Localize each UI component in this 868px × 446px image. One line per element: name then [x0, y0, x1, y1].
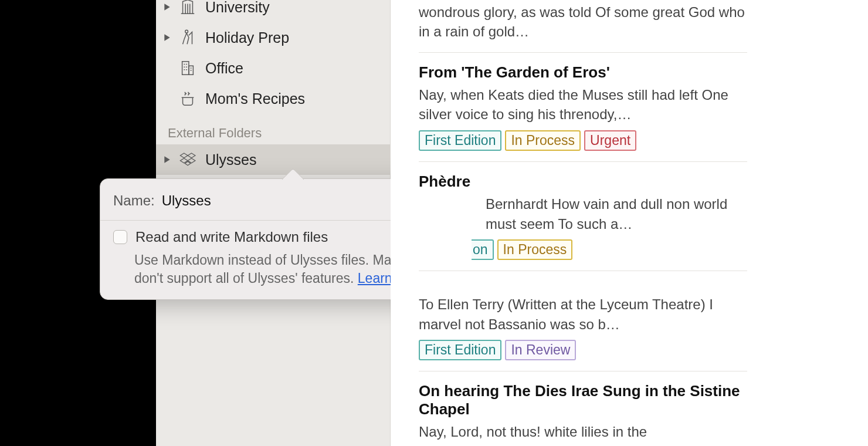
note-list-pane: Was this His coming! I had hoped to see … — [391, 0, 868, 446]
tag-row: First Edition In Process Urgent — [419, 130, 747, 151]
note-title: From 'The Garden of Eros' — [419, 63, 747, 82]
note-item[interactable]: Phèdre Bernhardt How vain and dull non w… — [419, 162, 747, 271]
tag-in-review[interactable]: In Review — [505, 340, 576, 360]
disclosure-arrow-icon[interactable] — [162, 3, 172, 11]
name-value[interactable]: Ulysses — [162, 192, 211, 209]
svg-rect-1 — [182, 62, 189, 75]
dropbox-icon — [178, 150, 197, 169]
note-preview: Bernhardt How vain and dull non world mu… — [419, 194, 747, 234]
tag-in-process[interactable]: In Process — [505, 130, 581, 151]
svg-point-0 — [185, 30, 188, 33]
name-label: Name: — [113, 192, 155, 209]
sidebar-item-label: Mom's Recipes — [205, 90, 305, 107]
sidebar-item-office[interactable]: Office — [156, 53, 390, 83]
sidebar-item-label: Office — [205, 60, 243, 77]
office-icon — [178, 59, 197, 77]
sidebar-item-label: Ulysses — [205, 151, 257, 168]
tag-urgent[interactable]: Urgent — [584, 130, 636, 151]
sidebar-section-external: External Folders — [156, 114, 390, 144]
sidebar-item-label: University — [205, 0, 270, 16]
note-item[interactable]: Was this His coming! I had hoped to see … — [419, 0, 747, 53]
tag-row: First Edition In Review — [419, 340, 747, 360]
note-preview: To Ellen Terry (Written at the Lyceum Th… — [419, 295, 747, 334]
markdown-checkbox[interactable] — [113, 230, 127, 244]
sidebar-item-moms-recipes[interactable]: Mom's Recipes — [156, 83, 390, 114]
note-preview: Nay, when Keats died the Muses still had… — [419, 85, 747, 124]
tag-first-edition[interactable]: First Edition — [419, 130, 501, 151]
tag-in-process[interactable]: In Process — [497, 239, 573, 260]
sidebar-item-label: Holiday Prep — [205, 29, 289, 46]
note-item[interactable]: From 'The Garden of Eros' Nay, when Keat… — [419, 53, 747, 162]
sidebar: University Holiday Prep Office Mom's Rec… — [156, 0, 391, 446]
disclosure-arrow-icon[interactable] — [162, 33, 172, 42]
sidebar-item-ulysses[interactable]: Ulysses — [156, 144, 390, 175]
tag-row: on In Process — [419, 239, 747, 260]
tag-partial[interactable]: on — [472, 239, 494, 260]
note-title: Phèdre — [419, 173, 747, 191]
pot-icon — [178, 89, 197, 108]
note-item[interactable]: To Ellen Terry (Written at the Lyceum Th… — [419, 271, 747, 371]
note-preview: Nay, Lord, not thus! white lilies in the — [419, 422, 747, 442]
note-preview: Was this His coming! I had hoped to see … — [419, 0, 747, 42]
sidebar-item-holiday-prep[interactable]: Holiday Prep — [156, 22, 390, 53]
building-icon — [178, 0, 197, 16]
hiker-icon — [178, 28, 197, 47]
markdown-checkbox-label: Read and write Markdown files — [135, 229, 328, 245]
note-title: On hearing The Dies Irae Sung in the Sis… — [419, 382, 747, 418]
disclosure-arrow-icon[interactable] — [162, 156, 172, 164]
tag-first-edition[interactable]: First Edition — [419, 340, 501, 360]
sidebar-item-university[interactable]: University — [156, 0, 390, 22]
note-item[interactable]: On hearing The Dies Irae Sung in the Sis… — [419, 371, 747, 446]
